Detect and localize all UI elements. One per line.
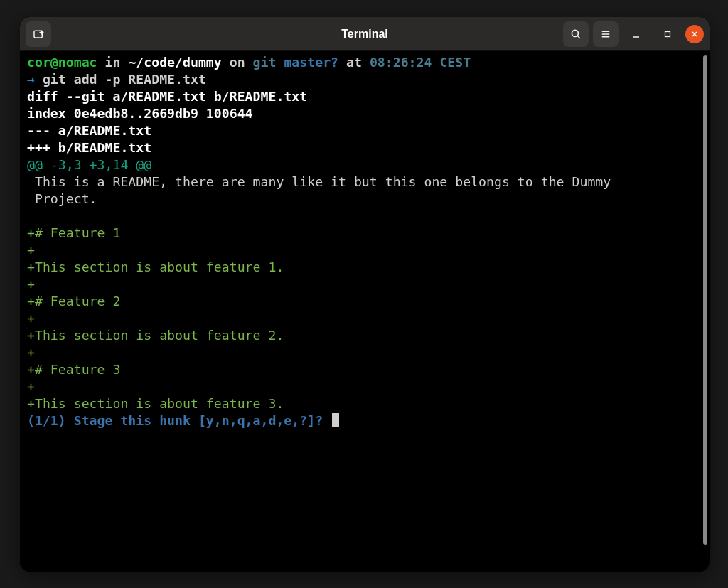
terminal-window: Terminal — [20, 17, 710, 572]
prompt-branch: master — [284, 55, 331, 70]
menu-button[interactable] — [593, 21, 619, 47]
maximize-icon — [663, 29, 673, 39]
diff-header-1: diff --git a/README.txt b/README.txt — [27, 89, 307, 104]
diff-header-4: +++ b/README.txt — [27, 140, 151, 155]
cursor — [332, 413, 339, 427]
scrollbar-thumb[interactable] — [703, 55, 707, 545]
new-tab-icon — [32, 28, 45, 41]
terminal-output[interactable]: cor@nomac in ~/code/dummy on git master?… — [20, 51, 702, 572]
diff-context-2: Project. — [27, 191, 97, 206]
prompt-git-label: git — [253, 55, 284, 70]
prompt-sep-on: on — [222, 55, 253, 70]
diff-add-5: +# Feature 2 — [27, 294, 120, 309]
prompt-dirty: ? — [331, 55, 338, 70]
titlebar: Terminal — [20, 17, 710, 51]
prompt-sep-in: in — [97, 55, 129, 70]
diff-add-11: +This section is about feature 3. — [27, 396, 284, 411]
svg-rect-9 — [665, 31, 670, 36]
prompt-time: 08:26:24 CEST — [370, 55, 471, 70]
stage-hunk-prompt: (1/1) Stage this hunk [y,n,q,a,d,e,?]? — [27, 413, 331, 428]
prompt-arrow: → — [27, 72, 43, 87]
scrollbar[interactable] — [702, 51, 710, 572]
minimize-icon — [631, 28, 642, 40]
titlebar-right-group — [563, 21, 704, 47]
svg-point-3 — [572, 30, 578, 36]
prompt-sep-at: at — [338, 55, 370, 70]
diff-context-1: This is a README, there are many like it… — [27, 174, 611, 189]
prompt-path: ~/code/dummy — [128, 55, 221, 70]
terminal-body: cor@nomac in ~/code/dummy on git master?… — [20, 51, 710, 572]
diff-header-2: index 0e4edb8..2669db9 100644 — [27, 106, 253, 121]
search-button[interactable] — [563, 21, 589, 47]
diff-hunk-header: @@ -3,3 +3,14 @@ — [27, 157, 151, 172]
maximize-button[interactable] — [654, 21, 681, 47]
search-icon — [569, 28, 582, 41]
minimize-button[interactable] — [623, 21, 650, 47]
new-tab-button[interactable] — [26, 21, 51, 47]
prompt-command: git add -p README.txt — [43, 72, 206, 87]
diff-add-8: + — [27, 345, 35, 360]
diff-add-6: + — [27, 311, 35, 326]
close-icon — [690, 30, 699, 38]
prompt-user-host: cor@nomac — [27, 55, 97, 70]
diff-add-4: + — [27, 277, 35, 292]
diff-add-1: +# Feature 1 — [27, 225, 120, 240]
diff-add-9: +# Feature 3 — [27, 362, 120, 377]
svg-rect-0 — [34, 31, 42, 38]
diff-header-3: --- a/README.txt — [27, 123, 151, 138]
diff-add-10: + — [27, 379, 35, 394]
diff-add-7: +This section is about feature 2. — [27, 328, 284, 343]
diff-add-3: +This section is about feature 1. — [27, 260, 284, 274]
diff-add-2: + — [27, 242, 35, 257]
close-button[interactable] — [685, 25, 704, 43]
hamburger-icon — [599, 28, 612, 41]
svg-line-4 — [577, 36, 580, 38]
